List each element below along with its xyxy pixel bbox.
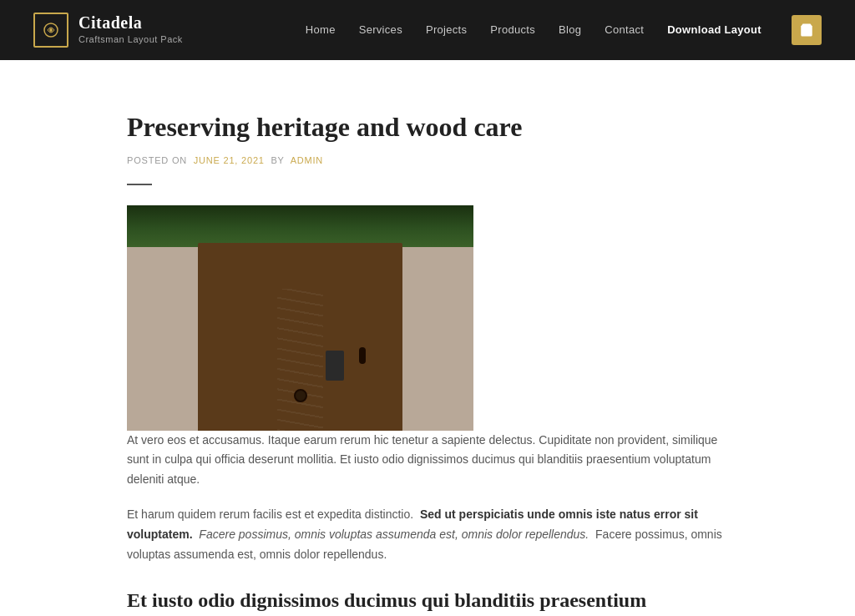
img-door-knocker	[294, 389, 307, 402]
main-content: Preserving heritage and wood care POSTED…	[110, 60, 745, 616]
img-door-panel	[277, 289, 323, 431]
cart-button[interactable]	[792, 15, 822, 45]
post-author[interactable]: ADMIN	[291, 155, 323, 165]
p2-italic: Facere possimus, omnis voluptas assumend…	[199, 528, 589, 541]
post-subheading: Et iusto odio dignissimos ducimus qui bl…	[127, 588, 728, 616]
post-title: Preserving heritage and wood care	[127, 110, 728, 144]
post-body: At vero eos et accusamus. Itaque earum r…	[127, 431, 728, 616]
nav-contact[interactable]: Contact	[605, 22, 644, 39]
nav-services[interactable]: Services	[359, 22, 402, 39]
nav-home[interactable]: Home	[306, 22, 336, 39]
img-door-frame	[198, 243, 402, 431]
site-header: Citadela Craftsman Layout Pack Home Serv…	[0, 0, 855, 60]
featured-image	[127, 205, 473, 431]
by-label: BY	[271, 155, 284, 165]
logo-svg	[40, 19, 62, 41]
site-logo[interactable]: Citadela Craftsman Layout Pack	[33, 13, 183, 48]
cart-icon	[799, 23, 814, 38]
logo-title: Citadela	[78, 13, 183, 33]
svg-point-1	[49, 28, 53, 32]
post-meta: POSTED ON JUNE 21, 2021 BY ADMIN	[127, 154, 728, 169]
p2-normal: Et harum quidem rerum facilis est et exp…	[127, 507, 413, 521]
nav-projects[interactable]: Projects	[426, 22, 467, 39]
img-door-intercom	[326, 351, 344, 381]
img-door-handle	[359, 347, 366, 364]
logo-text: Citadela Craftsman Layout Pack	[78, 13, 183, 48]
logo-subtitle: Craftsman Layout Pack	[78, 33, 183, 48]
logo-icon	[33, 13, 68, 48]
post-date[interactable]: JUNE 21, 2021	[194, 155, 265, 165]
main-nav: Home Services Projects Products Blog Con…	[306, 15, 822, 45]
nav-products[interactable]: Products	[490, 22, 535, 39]
post-paragraph-2: Et harum quidem rerum facilis est et exp…	[127, 505, 728, 564]
blog-post: Preserving heritage and wood care POSTED…	[127, 110, 728, 616]
post-divider	[127, 184, 152, 185]
nav-download-layout[interactable]: Download Layout	[667, 22, 761, 39]
nav-blog[interactable]: Blog	[559, 22, 581, 39]
posted-on-label: POSTED ON	[127, 155, 187, 165]
post-paragraph-1: At vero eos et accusamus. Itaque earum r…	[127, 431, 728, 490]
